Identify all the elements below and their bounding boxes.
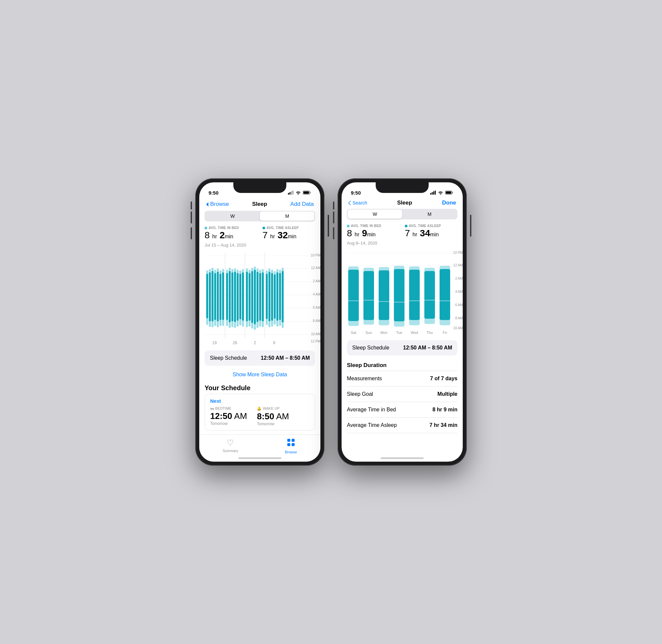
schedule-value-2: 12:50 AM – 8:50 AM bbox=[403, 345, 452, 351]
svg-text:9: 9 bbox=[273, 341, 275, 345]
sleep-chart-monthly: 10 PM 12 AM 2 AM 4 AM 6 AM 8 AM 10 AM 12… bbox=[205, 253, 320, 346]
svg-text:Sun: Sun bbox=[365, 330, 372, 335]
segment-month-2[interactable]: M bbox=[402, 209, 457, 219]
phone-1-screen: 9:50 Browse Sleep Add Data W bbox=[199, 182, 320, 462]
svg-rect-128 bbox=[439, 269, 450, 320]
add-data-button[interactable]: Add Data bbox=[290, 201, 314, 207]
tab-summary[interactable]: ♡ Summary bbox=[223, 438, 238, 453]
avg-bed-value: 8 hr 9 min bbox=[432, 407, 457, 413]
svg-text:Sat: Sat bbox=[351, 330, 357, 335]
home-indicator-1 bbox=[238, 457, 281, 459]
volume-up-btn[interactable] bbox=[191, 211, 192, 223]
wakeup-value: 8:50 AM bbox=[257, 411, 289, 422]
tab-browse[interactable]: Browse bbox=[285, 438, 297, 454]
asleep-dot bbox=[262, 227, 265, 229]
power-btn[interactable] bbox=[328, 215, 329, 237]
stat-bed-2: AVG. TIME IN BED 8 hr 9min bbox=[347, 224, 400, 238]
silent-btn-2[interactable] bbox=[333, 202, 334, 209]
svg-rect-86 bbox=[292, 439, 295, 442]
svg-rect-87 bbox=[287, 443, 290, 446]
power-btn-2[interactable] bbox=[470, 215, 471, 237]
svg-rect-80 bbox=[282, 271, 284, 322]
done-button[interactable]: Done bbox=[442, 200, 456, 206]
bedtime-sub: Tomorrow bbox=[210, 421, 247, 426]
svg-rect-48 bbox=[239, 274, 241, 319]
svg-rect-116 bbox=[379, 270, 389, 320]
svg-text:10 AM: 10 AM bbox=[454, 326, 463, 330]
status-icons bbox=[288, 191, 311, 194]
segment-month[interactable]: M bbox=[260, 211, 315, 221]
duration-row-3: Average Time Asleep 7 hr 34 min bbox=[347, 418, 457, 433]
heart-icon: ♡ bbox=[227, 438, 234, 447]
volume-down-btn[interactable] bbox=[191, 227, 192, 239]
silent-btn[interactable] bbox=[191, 202, 192, 209]
back-label-2: Search bbox=[352, 200, 367, 206]
duration-rows: Measurements 7 of 7 days Sleep Goal Mult… bbox=[347, 371, 457, 433]
svg-rect-65 bbox=[262, 272, 264, 321]
sleep-schedule-card-1[interactable]: Sleep Schedule 12:50 AM – 8:50 AM bbox=[205, 350, 315, 366]
volume-up-btn-2[interactable] bbox=[333, 211, 334, 223]
avg-asleep-label: Average Time Asleep bbox=[347, 422, 397, 428]
signal-icon-2 bbox=[430, 191, 436, 194]
svg-text:10 AM: 10 AM bbox=[311, 332, 320, 336]
svg-rect-33 bbox=[220, 274, 222, 320]
your-schedule-title: Your Schedule bbox=[199, 380, 320, 394]
segment-week-2[interactable]: W bbox=[347, 209, 402, 219]
measurements-value: 7 of 7 days bbox=[430, 376, 457, 382]
measurements-label: Measurements bbox=[347, 376, 382, 382]
chart-area-1: 10 PM 12 AM 2 AM 4 AM 6 AM 8 AM 10 AM 12… bbox=[199, 253, 320, 347]
tab-browse-label: Browse bbox=[285, 450, 297, 454]
svg-rect-72 bbox=[271, 273, 273, 321]
svg-rect-27 bbox=[211, 271, 213, 321]
svg-rect-61 bbox=[256, 272, 258, 322]
svg-rect-53 bbox=[246, 272, 248, 321]
svg-text:Fri: Fri bbox=[443, 330, 447, 335]
sleep-duration-title: Sleep Duration bbox=[347, 359, 457, 371]
schedule-label-2: Sleep Schedule bbox=[352, 345, 389, 351]
svg-rect-68 bbox=[266, 274, 268, 319]
date-range-2: Aug 8–14, 2020 bbox=[342, 240, 463, 249]
volume-down-btn-2[interactable] bbox=[333, 227, 334, 239]
stat-time-in-bed: AVG. TIME IN BED 8 hr 2min bbox=[205, 226, 257, 240]
svg-rect-44 bbox=[234, 272, 236, 322]
bedtime-block: 🛏 BEDTIME 12:50 AM Tomorrow bbox=[210, 406, 247, 426]
segment-control-1[interactable]: W M bbox=[205, 211, 315, 222]
schedule-label: Sleep Schedule bbox=[210, 355, 247, 361]
phones-container: 9:50 Browse Sleep Add Data W bbox=[195, 178, 467, 466]
nav-title: Sleep bbox=[252, 201, 267, 207]
show-more-button[interactable]: Show More Sleep Data bbox=[199, 369, 320, 380]
svg-rect-55 bbox=[249, 273, 251, 321]
back-button-2[interactable]: Search bbox=[348, 200, 367, 206]
wifi-icon bbox=[296, 191, 301, 194]
battery-icon-2 bbox=[445, 191, 454, 194]
sleep-chart-weekly: 10 PM 12 AM 2 AM 4 AM 6 AM 8 AM 10 AM bbox=[347, 251, 463, 336]
nav-bar-1: Browse Sleep Add Data bbox=[199, 198, 320, 211]
schedule-times: 🛏 BEDTIME 12:50 AM Tomorrow 🔔 WAKE bbox=[210, 406, 310, 426]
wakeup-block: 🔔 WAKE UP 8:50 AM Tomorrow bbox=[257, 406, 289, 426]
home-indicator-2 bbox=[381, 457, 424, 459]
svg-rect-74 bbox=[274, 274, 276, 319]
notch bbox=[233, 182, 286, 193]
wakeup-sub: Tomorrow bbox=[257, 422, 289, 426]
svg-text:6 AM: 6 AM bbox=[313, 306, 320, 309]
segment-control-2[interactable]: W M bbox=[347, 209, 457, 220]
stat-time-asleep: AVG. TIME ASLEEP 7 hr 32min bbox=[262, 226, 315, 240]
svg-rect-46 bbox=[237, 273, 238, 321]
svg-rect-88 bbox=[292, 443, 295, 446]
sleep-schedule-card-2[interactable]: Sleep Schedule 12:50 AM – 8:50 AM bbox=[347, 340, 457, 355]
bedtime-value: 12:50 AM bbox=[210, 411, 247, 421]
svg-rect-29 bbox=[214, 273, 216, 320]
svg-text:4 AM: 4 AM bbox=[455, 290, 463, 294]
svg-rect-23 bbox=[206, 274, 208, 318]
back-label: Browse bbox=[210, 201, 229, 207]
duration-row-2: Average Time in Bed 8 hr 9 min bbox=[347, 402, 457, 418]
svg-text:Wed: Wed bbox=[411, 330, 418, 335]
status-time: 9:50 bbox=[208, 190, 219, 196]
segment-week[interactable]: W bbox=[205, 211, 260, 221]
stat-value-bed-2: 8 hr 9min bbox=[347, 228, 400, 238]
duration-row-1: Sleep Goal Multiple bbox=[347, 387, 457, 402]
svg-text:8 AM: 8 AM bbox=[455, 316, 463, 320]
svg-rect-110 bbox=[348, 270, 359, 321]
back-button[interactable]: Browse bbox=[206, 201, 229, 207]
svg-rect-0 bbox=[288, 193, 289, 194]
